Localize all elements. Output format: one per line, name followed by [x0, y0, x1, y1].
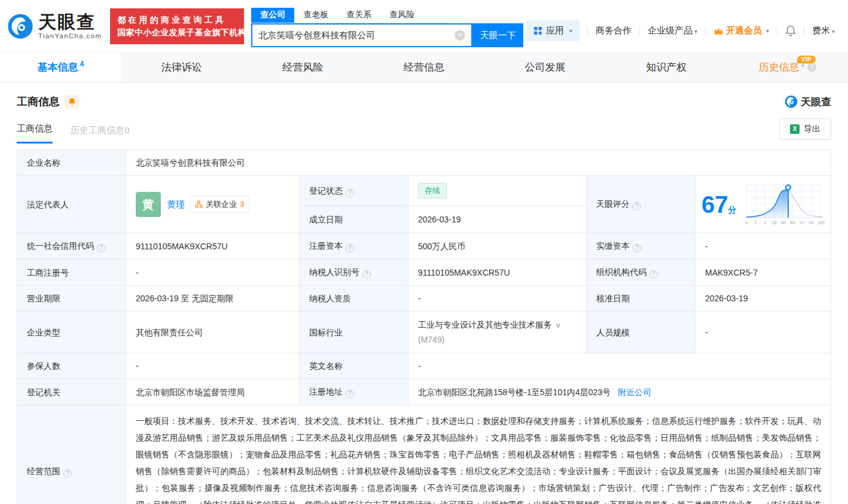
- divider: [804, 26, 804, 35]
- vip-badge: VIP: [797, 56, 816, 63]
- page: 天眼查 TianYanCha.com 都在用的商业查询工具 国家中小企业发展子基…: [0, 0, 848, 504]
- taxpayer-quality-value: -: [408, 286, 587, 311]
- field-label: 纳税人识别号?: [300, 259, 408, 286]
- svg-text:97: 97: [800, 221, 804, 225]
- slogan-line1: 都在用的商业查询工具: [117, 14, 237, 26]
- nav-enterprise-products[interactable]: 企业级产品▾: [648, 25, 697, 36]
- divider: [587, 26, 588, 35]
- business-info-table: 企业名称 北京笑嘻兮创意科技有限公司 法定代表人 黄 黄瑾 关联: [17, 149, 831, 504]
- industry-code: (M749): [418, 334, 576, 346]
- export-button[interactable]: X 导出: [779, 118, 831, 140]
- tab-history-info[interactable]: 历史信息2 ? VIP: [727, 53, 848, 82]
- subtab-business-info[interactable]: 工商信息: [17, 123, 53, 143]
- search-tab-boss[interactable]: 查老板: [294, 8, 337, 23]
- paid-capital-value: -: [696, 233, 831, 259]
- field-label: 经营范围?: [17, 405, 126, 504]
- legal-rep-cell: 黄 黄瑾 关联企业 3: [126, 176, 300, 233]
- nav-open-membership[interactable]: 开通会员▾: [713, 25, 769, 36]
- svg-text:50: 50: [781, 221, 786, 225]
- help-icon[interactable]: ?: [346, 244, 354, 252]
- nav-user-menu[interactable]: 费米▾: [812, 25, 835, 36]
- tab-operation-info[interactable]: 经营信息: [364, 53, 485, 82]
- search-tab-company[interactable]: 查公司: [251, 8, 294, 23]
- est-date-value: 2026-03-19: [408, 206, 587, 233]
- excel-icon: X: [790, 124, 800, 134]
- header-nav: 应用 ▾ 商务合作 企业级产品▾ 开通会员▾: [526, 20, 835, 41]
- search-tab-relation[interactable]: 查关系: [337, 8, 380, 23]
- svg-text:0: 0: [745, 221, 748, 225]
- table-row: 工商注册号 - 纳税人识别号? 91110105MAK9XCR57U 组织机构代…: [17, 259, 831, 286]
- field-label: 核准日期: [587, 286, 696, 311]
- nav-business-cooperation[interactable]: 商务合作: [596, 25, 632, 36]
- field-label: 企业类型: [17, 311, 126, 353]
- help-icon[interactable]: ?: [649, 270, 658, 279]
- tab-basic-info[interactable]: 基本信息4: [0, 53, 121, 82]
- nearby-companies-link[interactable]: 附近公司: [618, 387, 651, 397]
- score-cell: 67分: [696, 176, 831, 233]
- staff-size-value: -: [696, 311, 831, 353]
- brand-name: 天眼查: [38, 13, 102, 31]
- field-label: 国标行业: [300, 311, 408, 353]
- subtab-history-business-info[interactable]: 历史工商信息0: [71, 125, 129, 143]
- help-icon[interactable]: ?: [633, 202, 641, 210]
- subscribe-bell-icon[interactable]: [65, 94, 79, 109]
- help-icon[interactable]: ?: [807, 63, 816, 72]
- field-label: 参保人数: [17, 353, 126, 379]
- field-label: 统一社会信用代码?: [17, 233, 126, 259]
- score-unit: 分: [728, 205, 737, 215]
- search-button[interactable]: 天眼一下: [472, 23, 523, 47]
- divider: [777, 26, 777, 35]
- main-tab-bar: 基本信息4 法律诉讼 经营风险 经营信息 公司发展 知识产权 历史信息2 ? V…: [0, 53, 848, 83]
- slogan-line2: 国家中小企业发展子基金旗下机构: [117, 26, 237, 39]
- slogan-banner: 都在用的商业查询工具 国家中小企业发展子基金旗下机构: [110, 8, 244, 44]
- search-input[interactable]: [258, 30, 454, 41]
- search-tabs: 查公司 查老板 查关系 查风险: [251, 8, 454, 23]
- tab-operation-risk[interactable]: 经营风险: [242, 53, 364, 82]
- business-scope-value: 一般项目：技术服务、技术开发、技术咨询、技术交流、技术转让、技术推广；技术进出口…: [126, 405, 831, 504]
- watermark-logo: 天眼查: [785, 95, 831, 109]
- table-row: 统一社会信用代码? 91110105MAK9XCR57U 注册资本? 500万人…: [17, 233, 831, 259]
- help-icon[interactable]: ?: [97, 244, 105, 252]
- search-tab-risk[interactable]: 查风险: [380, 8, 423, 23]
- notification-bell-icon[interactable]: [785, 25, 796, 36]
- score-value: 67: [701, 191, 728, 218]
- username: 费米: [812, 25, 830, 35]
- field-label: 登记机关: [17, 379, 126, 405]
- help-icon[interactable]: ?: [633, 244, 641, 252]
- section-title: 工商信息: [17, 94, 60, 109]
- legal-rep-link[interactable]: 黄瑾: [167, 198, 185, 210]
- field-label: 天眼评分?: [587, 176, 696, 233]
- field-label: 登记状态?: [300, 176, 408, 206]
- approval-date-value: 2026-03-19: [696, 286, 831, 311]
- english-name-value: -: [408, 353, 831, 379]
- help-icon[interactable]: ?: [346, 189, 354, 197]
- avatar[interactable]: 黄: [136, 192, 161, 217]
- reg-capital-value: 500万人民币: [408, 233, 587, 259]
- apps-menu-button[interactable]: 应用 ▾: [526, 20, 579, 41]
- table-row: 营业期限 2026-03-19 至 无固定期限 纳税人资质 - 核准日期 202…: [17, 286, 831, 311]
- caret-down-icon: ▾: [569, 28, 572, 34]
- chevron-down-icon[interactable]: ∨: [556, 321, 561, 329]
- table-row: 企业类型 其他有限责任公司 国标行业 工业与专业设计及其他专业技术服务∨ (M7…: [17, 311, 831, 353]
- tianyancha-logo[interactable]: 天眼查 TianYanCha.com: [7, 13, 102, 39]
- apps-icon: [533, 26, 542, 35]
- related-companies-badge[interactable]: 关联企业 3: [190, 196, 249, 213]
- tab-company-development[interactable]: 公司发展: [484, 53, 606, 82]
- caret-down-icon: ▾: [694, 28, 697, 35]
- help-icon[interactable]: ?: [346, 390, 354, 398]
- crown-icon: [713, 27, 724, 35]
- field-label: 英文名称: [300, 353, 408, 379]
- field-label: 成立日期: [300, 206, 408, 233]
- svg-text:100: 100: [818, 221, 825, 225]
- table-row: 企业名称 北京笑嘻兮创意科技有限公司: [17, 150, 831, 176]
- search-box: ×: [251, 23, 472, 47]
- table-row: 法定代表人 黄 黄瑾 关联企业 3: [17, 176, 831, 206]
- help-icon[interactable]: ?: [63, 469, 72, 478]
- help-icon[interactable]: ?: [362, 270, 371, 279]
- tab-intellectual-property[interactable]: 知识产权: [606, 53, 727, 82]
- tab-legal-litigation[interactable]: 法律诉讼: [121, 53, 243, 82]
- score-distribution-chart: 0 1 3 15 50 85 97 99 100: [744, 183, 825, 226]
- clear-search-icon[interactable]: ×: [454, 30, 465, 41]
- search-area: 查公司 查老板 查关系 查风险 × 天眼一下: [251, 0, 523, 47]
- svg-text:99: 99: [809, 221, 814, 225]
